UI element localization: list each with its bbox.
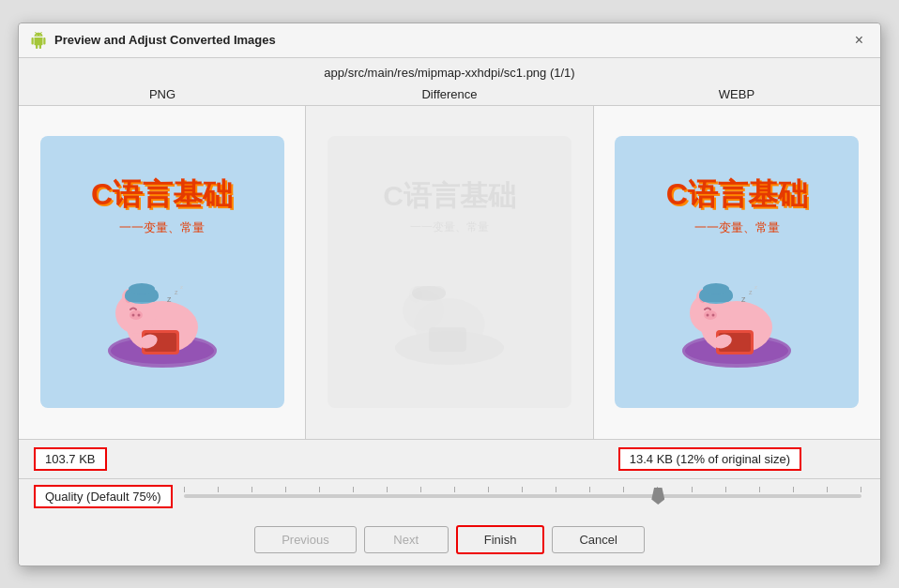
quality-label: Quality (Default 75%) [34, 485, 173, 508]
webp-image-title: C语言基础 [666, 174, 808, 216]
quality-bar-row: Quality (Default 75%) [19, 479, 880, 516]
svg-text:z: z [167, 294, 172, 304]
png-pig-illustration: z z z [97, 248, 228, 369]
png-column-label: PNG [19, 87, 306, 101]
previous-button[interactable]: Previous [254, 526, 357, 553]
svg-point-33 [703, 283, 729, 294]
diff-pane: C语言基础 一一变量、常量 [306, 106, 593, 439]
dialog: Preview and Adjust Converted Images × ap… [18, 23, 881, 566]
webp-size-badge: 13.4 KB (12% of original size) [618, 447, 801, 471]
webp-pig-illustration: z z z [671, 248, 802, 369]
svg-text:z: z [180, 284, 183, 290]
quality-slider-track[interactable] [184, 494, 861, 498]
preview-area: C语言基础 一一变量、常量 [19, 106, 880, 440]
svg-point-34 [704, 310, 717, 320]
png-image-card: C语言基础 一一变量、常量 [40, 136, 284, 408]
svg-point-9 [130, 310, 143, 320]
next-button[interactable]: Next [364, 526, 449, 553]
diff-column-label: Difference [306, 87, 593, 101]
diff-image-subtitle: 一一变量、常量 [410, 219, 489, 235]
title-bar-left: Preview and Adjust Converted Images [30, 32, 276, 49]
svg-text:z: z [741, 294, 746, 304]
png-image-title: C语言基础 [91, 174, 233, 216]
svg-text:z: z [749, 289, 753, 295]
svg-point-8 [129, 283, 155, 294]
title-bar: Preview and Adjust Converted Images × [19, 23, 880, 58]
svg-point-10 [131, 314, 134, 317]
webp-column-label: WEBP [593, 87, 880, 101]
dialog-title: Preview and Adjust Converted Images [54, 33, 276, 47]
footer-buttons: Previous Next Finish Cancel [19, 516, 880, 565]
png-image-subtitle: 一一变量、常量 [119, 219, 205, 236]
diff-image-card: C语言基础 一一变量、常量 [328, 136, 571, 408]
diff-pig-illustration [384, 245, 515, 367]
png-pane: C语言基础 一一变量、常量 [19, 106, 306, 439]
svg-rect-23 [412, 286, 446, 299]
columns-header: PNG Difference WEBP [19, 83, 880, 106]
svg-text:z: z [754, 284, 757, 290]
svg-point-35 [707, 314, 709, 317]
diff-image-title: C语言基础 [383, 177, 516, 216]
finish-button[interactable]: Finish [456, 525, 545, 554]
file-path: app/src/main/res/mipmap-xxhdpi/sc1.png (… [19, 58, 880, 83]
webp-image-subtitle: 一一变量、常量 [694, 219, 780, 236]
android-icon [30, 32, 47, 49]
cancel-button[interactable]: Cancel [552, 526, 644, 553]
png-size-badge: 103.7 KB [34, 447, 107, 471]
svg-rect-24 [429, 327, 466, 352]
webp-pane: C语言基础 一一变量、常量 [594, 106, 880, 439]
webp-image-card: C语言基础 一一变量、常量 [615, 136, 859, 408]
svg-point-11 [137, 314, 140, 317]
info-bar: 103.7 KB 13.4 KB (12% of original size) [19, 440, 880, 479]
svg-point-36 [712, 314, 715, 317]
close-button[interactable]: × [849, 31, 869, 50]
svg-text:z: z [175, 289, 178, 295]
